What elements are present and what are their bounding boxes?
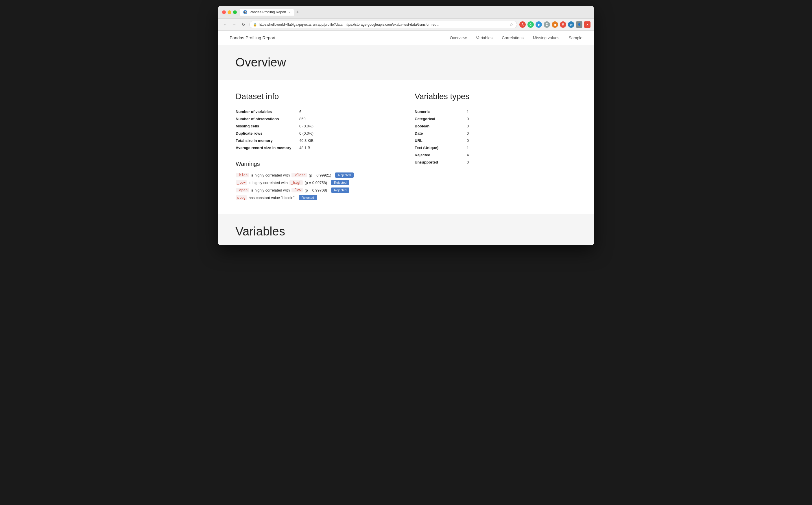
variables-types-title: Variables types bbox=[415, 92, 576, 101]
info-row-total-size: Total size in memory 40.3 KiB bbox=[236, 137, 397, 144]
dataset-info-title: Dataset info bbox=[236, 92, 397, 101]
info-value-num-observations: 859 bbox=[299, 117, 306, 121]
traffic-lights bbox=[222, 10, 237, 14]
tab-close-icon[interactable]: × bbox=[288, 10, 290, 14]
refresh-button[interactable]: ↻ bbox=[240, 21, 247, 28]
info-label-avg-record-size: Average record size in memory bbox=[236, 146, 299, 150]
rejected-badge-2: Rejected bbox=[331, 180, 349, 185]
ext-icon-2[interactable]: G bbox=[528, 21, 534, 28]
warnings-title: Warnings bbox=[236, 161, 397, 167]
back-button[interactable]: ← bbox=[222, 21, 228, 28]
var-value-boolean: 0 bbox=[467, 124, 469, 128]
info-label-num-variables: Number of variables bbox=[236, 110, 299, 114]
nav-correlations[interactable]: Correlations bbox=[502, 35, 524, 40]
warning-code-open: _open bbox=[236, 188, 249, 192]
ext-icon-close[interactable]: ✕ bbox=[584, 21, 590, 28]
var-value-text-unique: 1 bbox=[467, 146, 469, 150]
variables-types-table: Numeric 1 Categorical 0 Boolean 0 Date bbox=[415, 108, 576, 166]
variables-section: Variables bbox=[218, 214, 594, 245]
warning-row-3: _open is highly correlated with _low (ρ … bbox=[236, 186, 397, 194]
var-label-numeric: Numeric bbox=[415, 110, 467, 114]
rejected-badge-3: Rejected bbox=[331, 187, 349, 193]
page-brand: Pandas Profiling Report bbox=[230, 35, 275, 40]
info-row-duplicate-rows: Duplicate rows 0 (0.0%) bbox=[236, 130, 397, 137]
address-bar[interactable]: 🔒 https://helloworld-4fa5lgaxpq-uc.a.run… bbox=[249, 21, 517, 28]
var-row-date: Date 0 bbox=[415, 130, 576, 137]
active-tab[interactable]: 🐼 Pandas Profiling Report × bbox=[240, 9, 294, 16]
var-label-url: URL bbox=[415, 138, 467, 143]
ext-icon-1[interactable]: A bbox=[519, 21, 526, 28]
var-row-rejected: Rejected 4 bbox=[415, 151, 576, 159]
rejected-badge-4: Rejected bbox=[299, 195, 317, 200]
var-row-text-unique: Text (Unique) 1 bbox=[415, 144, 576, 151]
page-content: Pandas Profiling Report Overview Variabl… bbox=[218, 31, 594, 245]
forward-button[interactable]: → bbox=[231, 21, 238, 28]
page-header: Pandas Profiling Report Overview Variabl… bbox=[218, 31, 594, 45]
warning-text-4a: has constant value "bitcoin" bbox=[249, 196, 295, 200]
nav-sample[interactable]: Sample bbox=[569, 35, 582, 40]
secure-icon: 🔒 bbox=[253, 23, 257, 27]
info-row-num-observations: Number of observations 859 bbox=[236, 115, 397, 123]
warning-code-low: _low bbox=[236, 180, 247, 185]
warnings-section: Warnings _high is highly correlated with… bbox=[236, 161, 397, 201]
bookmark-icon[interactable]: ☆ bbox=[509, 22, 513, 27]
rejected-badge-1: Rejected bbox=[335, 172, 353, 178]
info-row-avg-record-size: Average record size in memory 48.1 B bbox=[236, 144, 397, 151]
ext-icon-6[interactable]: M bbox=[560, 21, 566, 28]
ext-icon-7[interactable]: ◎ bbox=[568, 21, 574, 28]
overview-title: Overview bbox=[235, 55, 577, 69]
right-column: Variables types Numeric 1 Categorical 0 … bbox=[415, 92, 576, 201]
url-text: https://helloworld-4fa5lgaxpq-uc.a.run.a… bbox=[259, 22, 439, 27]
info-value-missing-cells: 0 (0.0%) bbox=[299, 124, 314, 128]
var-label-date: Date bbox=[415, 131, 467, 136]
info-label-num-observations: Number of observations bbox=[236, 117, 299, 121]
browser-navbar: ← → ↻ 🔒 https://helloworld-4fa5lgaxpq-uc… bbox=[218, 19, 594, 31]
warning-row-4: slug has constant value "bitcoin" Reject… bbox=[236, 194, 397, 201]
user-avatar[interactable]: 👤 bbox=[576, 21, 582, 28]
warning-text-2a: is highly correlated with bbox=[249, 181, 288, 185]
var-row-numeric: Numeric 1 bbox=[415, 108, 576, 115]
warning-code-low-2: _low bbox=[292, 188, 303, 192]
tab-favicon: 🐼 bbox=[243, 10, 247, 14]
var-value-categorical: 0 bbox=[467, 117, 469, 121]
nav-overview[interactable]: Overview bbox=[450, 35, 467, 40]
var-value-date: 0 bbox=[467, 131, 469, 136]
page-nav: Overview Variables Correlations Missing … bbox=[450, 35, 582, 40]
var-value-numeric: 1 bbox=[467, 110, 469, 114]
browser-titlebar: 🐼 Pandas Profiling Report × + bbox=[218, 6, 594, 19]
nav-variables[interactable]: Variables bbox=[476, 35, 492, 40]
close-button[interactable] bbox=[222, 10, 226, 14]
tab-title: Pandas Profiling Report bbox=[250, 10, 286, 14]
tab-bar: 🐼 Pandas Profiling Report × + bbox=[240, 9, 590, 16]
left-column: Dataset info Number of variables 6 Numbe… bbox=[236, 92, 397, 201]
info-label-duplicate-rows: Duplicate rows bbox=[236, 131, 299, 136]
warning-code-close: _close bbox=[292, 173, 307, 177]
ext-icon-3[interactable]: ◆ bbox=[536, 21, 542, 28]
info-value-avg-record-size: 48.1 B bbox=[299, 146, 310, 150]
warning-row-1: _high is highly correlated with _close (… bbox=[236, 171, 397, 179]
extensions-area: A G ◆ Z ▣ M ◎ 👤 ✕ bbox=[519, 21, 590, 28]
info-row-num-variables: Number of variables 6 bbox=[236, 108, 397, 115]
var-row-url: URL 0 bbox=[415, 137, 576, 144]
warning-text-1b: (ρ = 0.99921) bbox=[309, 173, 331, 177]
info-value-duplicate-rows: 0 (0.0%) bbox=[299, 131, 314, 136]
warning-code-slug: slug bbox=[236, 195, 247, 200]
overview-two-col: Dataset info Number of variables 6 Numbe… bbox=[236, 92, 576, 201]
var-label-unsupported: Unsupported bbox=[415, 160, 467, 164]
nav-missing-values[interactable]: Missing values bbox=[533, 35, 560, 40]
var-row-boolean: Boolean 0 bbox=[415, 123, 576, 130]
ext-icon-5[interactable]: ▣ bbox=[552, 21, 558, 28]
var-label-boolean: Boolean bbox=[415, 124, 467, 128]
warning-code-high-2: _high bbox=[289, 180, 303, 185]
fullscreen-button[interactable] bbox=[233, 10, 237, 14]
main-content: Dataset info Number of variables 6 Numbe… bbox=[218, 80, 594, 213]
ext-icon-4[interactable]: Z bbox=[544, 21, 550, 28]
new-tab-button[interactable]: + bbox=[295, 9, 301, 15]
minimize-button[interactable] bbox=[228, 10, 231, 14]
warning-code-high-1: _high bbox=[236, 173, 249, 177]
var-label-rejected: Rejected bbox=[415, 153, 467, 157]
var-value-rejected: 4 bbox=[467, 153, 469, 157]
browser-window: 🐼 Pandas Profiling Report × + ← → ↻ 🔒 ht… bbox=[218, 6, 594, 245]
warning-text-2b: (ρ = 0.99758) bbox=[305, 181, 327, 185]
overview-section-header: Overview bbox=[218, 45, 594, 80]
